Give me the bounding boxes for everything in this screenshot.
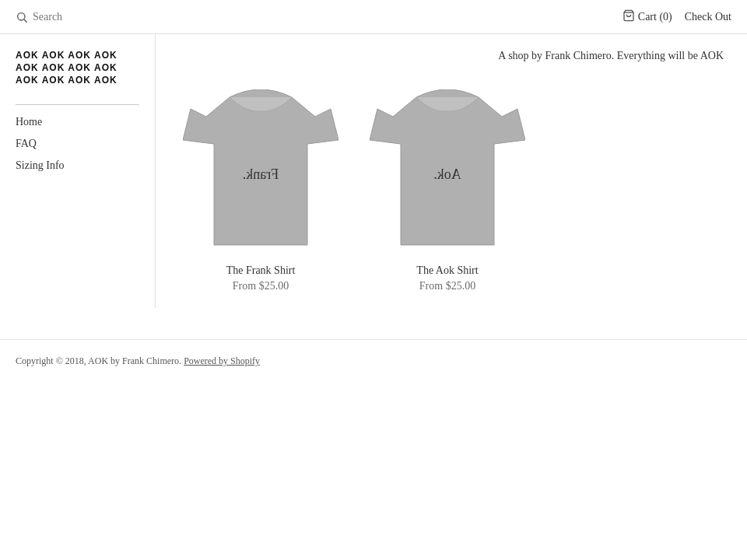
svg-line-1 [24, 19, 27, 23]
footer-shopify-link[interactable]: Powered by Shopify [184, 355, 260, 366]
products-grid: Frank. The Frank Shirt From $25.00 Aok. [179, 86, 724, 292]
logo-text: AOK [42, 75, 65, 86]
search-icon [16, 11, 28, 23]
logo-text: AOK [42, 62, 65, 73]
product-card-aok[interactable]: Aok. The Aok Shirt From $25.00 [366, 86, 529, 292]
logo-text: AOK [16, 75, 39, 86]
main-layout: AOK AOK AOK AOK AOK AOK AOK AOK AOK AOK … [0, 34, 747, 308]
svg-point-0 [18, 12, 25, 19]
nav-link-home[interactable]: Home [16, 116, 42, 128]
sidebar-nav: Home FAQ Sizing Info [16, 116, 139, 172]
cart-icon [622, 9, 635, 25]
header-left [16, 11, 157, 23]
logo-wrap: AOK AOK AOK AOK AOK AOK AOK AOK AOK AOK … [16, 50, 139, 86]
logo-text: AOK [94, 62, 117, 73]
svg-text:Frank.: Frank. [243, 166, 279, 182]
sidebar: AOK AOK AOK AOK AOK AOK AOK AOK AOK AOK … [0, 34, 156, 308]
checkout-link[interactable]: Check Out [685, 11, 731, 23]
cart-link[interactable]: Cart (0) [622, 9, 672, 25]
logo-text: AOK [68, 75, 91, 86]
nav-divider [16, 104, 139, 105]
logo-text: AOK [16, 50, 39, 61]
logo-text: AOK [94, 50, 117, 61]
site-header: Cart (0) Check Out [0, 0, 747, 34]
logo-grid: AOK AOK AOK AOK AOK AOK AOK AOK AOK AOK … [16, 50, 117, 86]
site-footer: Copyright © 2018, AOK by Frank Chimero. … [0, 339, 747, 383]
checkout-label: Check Out [685, 11, 731, 23]
nav-item-home[interactable]: Home [16, 116, 139, 128]
logo-text: AOK [68, 50, 91, 61]
logo-text: AOK [16, 62, 39, 73]
svg-text:Aok.: Aok. [433, 166, 461, 182]
product-price-aok: From $25.00 [366, 280, 529, 292]
nav-link-faq[interactable]: FAQ [16, 138, 37, 149]
nav-item-faq[interactable]: FAQ [16, 138, 139, 150]
tagline: A shop by Frank Chimero. Everything will… [179, 50, 724, 62]
nav-item-sizing[interactable]: Sizing Info [16, 159, 139, 172]
cart-label: Cart (0) [638, 11, 672, 23]
logo-text: AOK [42, 50, 65, 61]
product-name-aok: The Aok Shirt [366, 264, 529, 277]
logo-text: AOK [68, 62, 91, 73]
product-price-frank: From $25.00 [179, 280, 342, 292]
product-image-aok: Aok. [366, 86, 529, 257]
header-right: Cart (0) Check Out [622, 9, 731, 25]
product-card-frank[interactable]: Frank. The Frank Shirt From $25.00 [179, 86, 342, 292]
product-image-frank: Frank. [179, 86, 342, 257]
nav-link-sizing[interactable]: Sizing Info [16, 159, 65, 171]
product-name-frank: The Frank Shirt [179, 264, 342, 277]
footer-powered: Powered by Shopify [184, 355, 260, 366]
main-content: A shop by Frank Chimero. Everything will… [156, 34, 747, 308]
logo-text: AOK [94, 75, 117, 86]
search-input[interactable] [33, 11, 157, 23]
footer-copyright: Copyright © 2018, AOK by Frank Chimero. [16, 355, 181, 366]
